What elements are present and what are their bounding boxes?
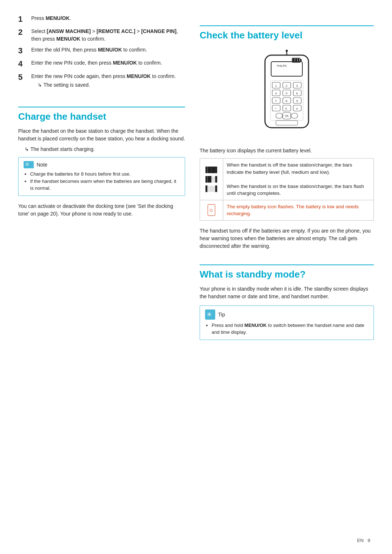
charge-body-2: You can activate or deactivate the docki… xyxy=(18,202,185,218)
svg-rect-1 xyxy=(271,62,302,76)
battery-after-text: The handset turns off if the batteries a… xyxy=(200,227,374,250)
svg-text:*: * xyxy=(275,107,276,110)
charge-result: The handset starts charging. xyxy=(18,146,185,152)
battery-row-empty: ○ The empty battery icon flashes. The ba… xyxy=(200,200,374,220)
battery-empty-icon-cell: ○ xyxy=(200,200,223,220)
battery-row-level: ▐██▌ ▐█░▌ ▐░░▌ When the handset is off t… xyxy=(200,159,374,200)
standby-section: What is standby mode? Your phone is in s… xyxy=(200,254,374,346)
svg-text:1: 1 xyxy=(275,84,277,87)
page-num: 9 xyxy=(368,538,370,543)
svg-text:9: 9 xyxy=(296,99,298,103)
battery-empty-desc: The empty battery icon flashes. The batt… xyxy=(223,200,373,220)
step-body-5: Enter the new PIN code again, then press… xyxy=(31,73,185,89)
battery-icons-cell: ▐██▌ ▐█░▌ ▐░░▌ xyxy=(200,159,223,200)
tip-bullets-list: Press and hold MENU/OK to switch between… xyxy=(205,322,368,336)
tip-box: Tip Press and hold MENU/OK to switch bet… xyxy=(200,305,374,340)
step-body-4: Enter the new PIN code, then press MENU/… xyxy=(31,59,185,69)
step-5: 5 Enter the new PIN code again, then pre… xyxy=(18,73,185,89)
svg-text:8: 8 xyxy=(286,99,287,103)
svg-text:2: 2 xyxy=(286,84,287,87)
svg-text:5: 5 xyxy=(286,92,287,95)
step-body-2: Select [ANSW MACHINE] > [REMOTE ACC.] > … xyxy=(31,28,185,42)
remote-acc-bold: [REMOTE ACC.] xyxy=(97,28,135,34)
left-column: 1 Press MENU/OK. 2 Select [ANSW MACHINE]… xyxy=(18,15,185,539)
step-3: 3 Enter the old PIN, then press MENU/OK … xyxy=(18,46,185,56)
note-header: Note xyxy=(24,161,180,168)
svg-text:#: # xyxy=(296,107,298,110)
page-number: EN 9 xyxy=(357,538,370,543)
phone-svg: PHILIPS 1 2 3 4 xyxy=(249,48,325,139)
battery-full-icon: ▐██▌ xyxy=(204,166,219,174)
battery-description: The battery icon displays the current ba… xyxy=(200,147,374,155)
svg-point-39 xyxy=(286,50,288,52)
tip-label: Tip xyxy=(218,312,225,317)
step-number-4: 4 xyxy=(18,59,31,69)
step-2: 2 Select [ANSW MACHINE] > [REMOTE ACC.] … xyxy=(18,28,185,42)
note-bullets-list: Charge the batteries for 8 hours before … xyxy=(24,171,180,192)
tip-icon xyxy=(205,309,215,320)
phone-illustration: PHILIPS 1 2 3 4 xyxy=(200,46,374,140)
svg-rect-37 xyxy=(276,120,298,125)
svg-rect-33 xyxy=(276,113,282,118)
battery-low-icon: ▐░░▌ xyxy=(204,185,219,193)
step-body-3: Enter the old PIN, then press MENU/OK to… xyxy=(31,46,185,56)
svg-rect-5 xyxy=(295,58,297,62)
lang-code: EN xyxy=(357,538,364,543)
svg-text:PHILIPS: PHILIPS xyxy=(277,65,287,67)
battery-medium-icon: ▐█░▌ xyxy=(204,175,219,183)
charge-body-1: Place the handset on the base station to… xyxy=(18,127,185,143)
battery-empty-icon: ○ xyxy=(208,204,215,216)
check-battery-section: Check the battery level xyxy=(200,15,374,254)
step-5-result: The setting is saved. xyxy=(31,81,185,89)
svg-text:0: 0 xyxy=(285,107,287,110)
check-battery-title: Check the battery level xyxy=(200,25,374,41)
note-icon xyxy=(24,161,34,168)
svg-text:7: 7 xyxy=(275,99,277,103)
step-number-5: 5 xyxy=(18,73,31,89)
svg-rect-3 xyxy=(300,59,302,61)
svg-text:4: 4 xyxy=(275,92,277,95)
charge-handset-title: Charge the handset xyxy=(18,107,185,122)
note-bullet-1: Charge the batteries for 8 hours before … xyxy=(30,171,180,178)
change-pin-bold: [CHANGE PIN] xyxy=(141,28,176,34)
note-label: Note xyxy=(37,162,48,168)
tip-bullet-1: Press and hold MENU/OK to switch between… xyxy=(212,322,368,336)
menu-ok-bold-2: MENU/OK xyxy=(56,36,80,42)
svg-text:OK: OK xyxy=(285,115,289,117)
battery-level-desc: When the handset is off the base station… xyxy=(223,159,373,200)
steps-list: 1 Press MENU/OK. 2 Select [ANSW MACHINE]… xyxy=(18,15,185,89)
step-4: 4 Enter the new PIN code, then press MEN… xyxy=(18,59,185,69)
answ-machine-bold: [ANSW MACHINE] xyxy=(47,28,91,34)
step-1: 1 Press MENU/OK. xyxy=(18,15,185,24)
svg-rect-34 xyxy=(291,113,298,118)
charge-handset-section: Charge the handset Place the handset on … xyxy=(18,96,185,221)
svg-rect-6 xyxy=(298,58,299,62)
standby-title: What is standby mode? xyxy=(200,264,374,280)
menu-ok-bold-4: MENU/OK xyxy=(113,60,137,66)
right-column: Check the battery level xyxy=(200,15,374,539)
svg-text:6: 6 xyxy=(296,92,298,95)
menu-ok-bold-5: MENU/OK xyxy=(127,73,151,79)
step-body-1: Press MENU/OK. xyxy=(31,15,185,24)
svg-text:3: 3 xyxy=(296,84,298,87)
tip-header: Tip xyxy=(205,309,368,320)
battery-table: ▐██▌ ▐█░▌ ▐░░▌ When the handset is off t… xyxy=(200,158,374,221)
menu-ok-bold-1: MENU/OK xyxy=(46,15,70,21)
menu-ok-bold-tip: MENU/OK xyxy=(244,323,266,328)
menu-ok-bold-3: MENU/OK xyxy=(98,47,122,53)
note-bullet-2: If the handset becomes warm when the bat… xyxy=(30,178,180,192)
step-number-1: 1 xyxy=(18,15,31,24)
svg-rect-4 xyxy=(293,58,295,62)
step-number-3: 3 xyxy=(18,46,31,56)
note-box: Note Charge the batteries for 8 hours be… xyxy=(18,157,185,196)
pin-steps-section: 1 Press MENU/OK. 2 Select [ANSW MACHINE]… xyxy=(18,15,185,92)
step-number-2: 2 xyxy=(18,28,31,42)
standby-body: Your phone is in standby mode when it is… xyxy=(200,285,374,300)
